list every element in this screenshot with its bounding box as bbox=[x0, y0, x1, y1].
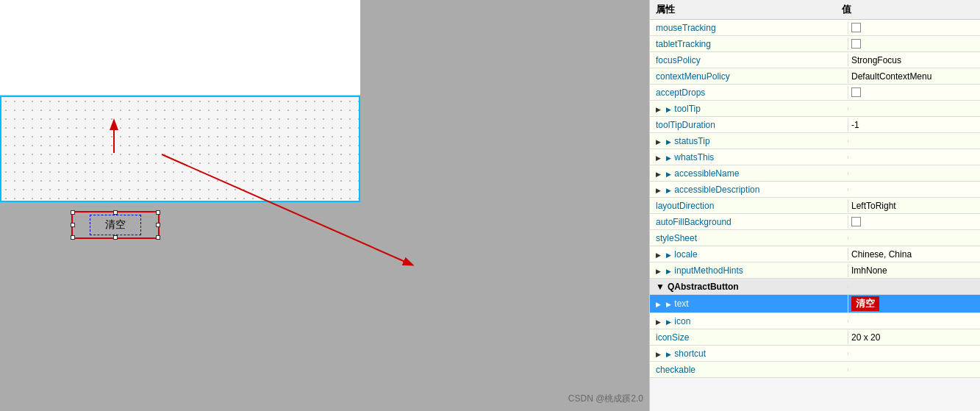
prop-name-layoutDirection: layoutDirection bbox=[650, 199, 848, 212]
prop-value-contextMenuPolicy: DefaultContextMenu bbox=[848, 70, 980, 83]
prop-value-accessibleDescription bbox=[848, 188, 980, 191]
prop-row-text[interactable]: ▶text 清空 bbox=[650, 295, 980, 313]
highlighted-value-text: 清空 bbox=[851, 296, 879, 311]
checkbox-tabletTracking[interactable] bbox=[851, 39, 861, 49]
properties-panel: 属性 值 mouseTracking tabletTracking focusP… bbox=[649, 0, 980, 411]
prop-name-shortcut: ▶shortcut bbox=[650, 347, 848, 360]
handle-tm bbox=[113, 210, 118, 215]
prop-value-autoFillBackground bbox=[848, 215, 980, 228]
prop-name-tabletTracking: tabletTracking bbox=[650, 37, 848, 51]
handle-tr bbox=[156, 210, 160, 215]
checkbox-autoFillBackground[interactable] bbox=[851, 217, 861, 226]
prop-row-QAbstractButton[interactable]: ▼QAbstractButton bbox=[650, 279, 980, 295]
prop-name-iconSize: iconSize bbox=[650, 331, 848, 344]
prop-row-shortcut[interactable]: ▶shortcut bbox=[650, 346, 980, 362]
prop-row-accessibleName[interactable]: ▶accessibleName bbox=[650, 165, 980, 182]
prop-name-statusTip: ▶statusTip bbox=[650, 135, 848, 148]
prop-row-toolTip[interactable]: ▶toolTip bbox=[650, 101, 980, 117]
prop-row-acceptDrops[interactable]: acceptDrops bbox=[650, 85, 980, 101]
white-panel bbox=[0, 0, 360, 96]
prop-row-statusTip[interactable]: ▶statusTip bbox=[650, 133, 980, 149]
prop-row-autoFillBackground[interactable]: autoFillBackground bbox=[650, 214, 980, 230]
prop-name-icon: ▶icon bbox=[650, 315, 848, 328]
prop-name-focusPolicy: focusPolicy bbox=[650, 54, 848, 67]
prop-value-acceptDrops bbox=[848, 86, 980, 99]
prop-row-inputMethodHints[interactable]: ▶inputMethodHints ImhNone bbox=[650, 262, 980, 279]
prop-row-checkable[interactable]: checkable bbox=[650, 362, 980, 378]
prop-name-mouseTracking: mouseTracking bbox=[650, 21, 848, 35]
prop-name-whatsThis: ▶whatsThis bbox=[650, 151, 848, 164]
prop-name-acceptDrops: acceptDrops bbox=[650, 86, 848, 99]
canvas-area: 清空 CSDN @桃成蹊2.0 bbox=[0, 0, 649, 411]
header-prop-col: 属性 bbox=[656, 3, 842, 16]
prop-name-text: ▶text bbox=[650, 297, 848, 310]
prop-name-checkable: checkable bbox=[650, 363, 848, 376]
prop-row-mouseTracking[interactable]: mouseTracking bbox=[650, 20, 980, 36]
prop-value-accessibleName bbox=[848, 172, 980, 175]
prop-row-icon[interactable]: ▶icon bbox=[650, 313, 980, 329]
prop-name-accessibleDescription: ▶accessibleDescription bbox=[650, 183, 848, 196]
properties-list: mouseTracking tabletTracking focusPolicy… bbox=[650, 20, 980, 378]
prop-row-toolTipDuration[interactable]: toolTipDuration -1 bbox=[650, 117, 980, 133]
prop-value-toolTip bbox=[848, 107, 980, 110]
button-widget[interactable]: 清空 bbox=[71, 211, 160, 239]
prop-name-locale: ▶locale bbox=[650, 248, 848, 261]
prop-name-toolTipDuration: toolTipDuration bbox=[650, 118, 848, 132]
prop-value-icon bbox=[848, 320, 980, 323]
prop-value-iconSize: 20 x 20 bbox=[848, 331, 980, 344]
section-value-QAbstractButton bbox=[848, 285, 980, 288]
prop-value-shortcut bbox=[848, 352, 980, 355]
prop-row-focusPolicy[interactable]: focusPolicy StrongFocus bbox=[650, 52, 980, 68]
handle-tl bbox=[71, 210, 75, 215]
handle-br bbox=[156, 235, 160, 240]
prop-value-focusPolicy: StrongFocus bbox=[848, 54, 980, 67]
dotted-panel: 清空 bbox=[0, 96, 360, 202]
prop-value-locale: Chinese, China bbox=[848, 248, 980, 261]
checkbox-mouseTracking[interactable] bbox=[851, 23, 861, 32]
prop-value-styleSheet bbox=[848, 237, 980, 240]
prop-name-contextMenuPolicy: contextMenuPolicy bbox=[650, 70, 848, 83]
handle-bl bbox=[71, 235, 75, 240]
handle-mr bbox=[156, 223, 160, 227]
handle-ml bbox=[71, 223, 75, 227]
prop-row-accessibleDescription[interactable]: ▶accessibleDescription bbox=[650, 182, 980, 198]
prop-value-toolTipDuration: -1 bbox=[848, 118, 980, 132]
prop-value-statusTip bbox=[848, 140, 980, 143]
prop-row-iconSize[interactable]: iconSize 20 x 20 bbox=[650, 329, 980, 346]
prop-name-inputMethodHints: ▶inputMethodHints bbox=[650, 264, 848, 277]
prop-name-styleSheet: styleSheet bbox=[650, 232, 848, 245]
prop-value-whatsThis bbox=[848, 156, 980, 159]
handle-bm bbox=[113, 235, 118, 240]
prop-name-accessibleName: ▶accessibleName bbox=[650, 167, 848, 180]
props-header: 属性 值 bbox=[650, 0, 980, 20]
prop-value-inputMethodHints: ImhNone bbox=[848, 264, 980, 277]
section-label-QAbstractButton: ▼QAbstractButton bbox=[650, 280, 848, 293]
prop-row-styleSheet[interactable]: styleSheet bbox=[650, 230, 980, 246]
prop-value-layoutDirection: LeftToRight bbox=[848, 199, 980, 212]
prop-name-autoFillBackground: autoFillBackground bbox=[650, 215, 848, 229]
prop-value-tabletTracking bbox=[848, 37, 980, 50]
prop-value-mouseTracking bbox=[848, 21, 980, 34]
prop-name-toolTip: ▶toolTip bbox=[650, 102, 848, 115]
prop-row-tabletTracking[interactable]: tabletTracking bbox=[650, 36, 980, 52]
button-handles bbox=[73, 212, 158, 237]
prop-row-whatsThis[interactable]: ▶whatsThis bbox=[650, 149, 980, 165]
watermark: CSDN @桃成蹊2.0 bbox=[568, 393, 643, 405]
prop-row-locale[interactable]: ▶locale Chinese, China bbox=[650, 246, 980, 262]
prop-value-checkable bbox=[848, 368, 980, 371]
header-val-col: 值 bbox=[842, 3, 974, 16]
prop-row-contextMenuPolicy[interactable]: contextMenuPolicy DefaultContextMenu bbox=[650, 68, 980, 85]
checkbox-acceptDrops[interactable] bbox=[851, 87, 861, 97]
prop-row-layoutDirection[interactable]: layoutDirection LeftToRight bbox=[650, 198, 980, 214]
prop-value-text: 清空 bbox=[848, 295, 980, 312]
